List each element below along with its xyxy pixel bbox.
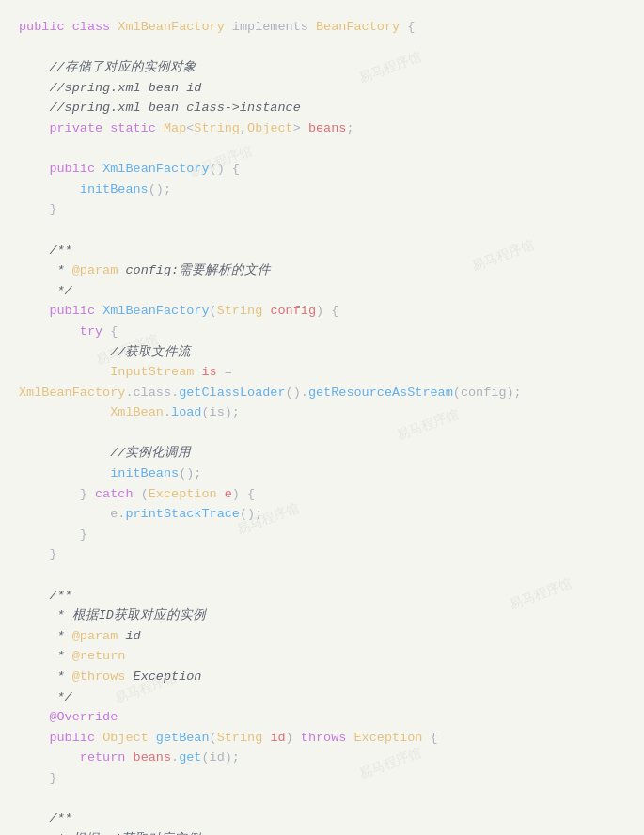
code-line: * @throws Exception (19, 667, 625, 687)
token (19, 162, 49, 176)
token: Object (102, 731, 156, 745)
code-line: } (19, 544, 625, 565)
token: .class. (125, 386, 179, 400)
code-line: /** (19, 586, 625, 607)
token: /** (19, 589, 72, 603)
token: > (293, 121, 308, 135)
code-line: } catch (Exception e) { (19, 484, 625, 505)
code-line: public XmlBeanFactory() { (19, 159, 625, 180)
code-line: public XmlBeanFactory(String config) { (19, 301, 625, 322)
code-line: XmlBeanFactory.class.getClassLoader().ge… (19, 383, 625, 403)
token: InputStream (110, 365, 201, 379)
token (19, 324, 80, 339)
token: beans (134, 750, 172, 764)
token: throws (301, 731, 354, 745)
token: is (201, 365, 216, 379)
token: */ (19, 284, 72, 298)
code-line: */ (19, 687, 625, 708)
token (19, 304, 49, 318)
code-line: } (19, 199, 625, 220)
code-line: @Override (19, 707, 625, 728)
token (19, 121, 49, 135)
code-line: //获取文件流 (19, 342, 625, 363)
code-line: //存储了对应的实例对象 (19, 57, 625, 78)
token: class (72, 20, 118, 34)
token: = (217, 365, 232, 379)
token (19, 731, 49, 745)
token: /** (19, 811, 72, 826)
code-line: * 根据uri获取对应实例 (19, 829, 625, 835)
token: , (240, 121, 247, 135)
token: printStackTrace (125, 507, 240, 521)
token: ; (346, 121, 353, 135)
token: ( (210, 731, 217, 745)
code-line: * @param config:需要解析的文件 (19, 260, 625, 281)
token: Object (247, 121, 293, 135)
token: */ (19, 690, 72, 704)
token: * (19, 649, 72, 663)
token: //spring.xml bean class->instance (19, 101, 301, 115)
token: implements (232, 20, 316, 34)
token: ) (286, 731, 301, 745)
token: public (49, 162, 102, 176)
token: XmlBean (110, 405, 164, 419)
token: @return (72, 649, 126, 663)
token: @throws (72, 670, 126, 684)
code-line: public class XmlBeanFactory implements B… (19, 17, 625, 38)
token: id (118, 629, 140, 643)
token: public (49, 304, 102, 318)
token: { (422, 731, 437, 745)
token: catch (95, 487, 141, 501)
token: (is); (201, 405, 240, 419)
token: getClassLoader (179, 386, 285, 400)
token: Exception (125, 670, 201, 684)
token: (); (149, 182, 171, 197)
token: . (171, 750, 179, 764)
token: { (110, 324, 118, 339)
code-line: InputStream is = (19, 362, 625, 383)
code-line (19, 38, 625, 58)
token: config:需要解析的文件 (118, 263, 271, 277)
token (19, 405, 110, 419)
token: load (171, 405, 201, 419)
code-line: */ (19, 281, 625, 302)
token: XmlBeanFactory (102, 162, 209, 176)
token (19, 750, 80, 764)
token: * (19, 629, 72, 643)
code-line (19, 565, 625, 586)
token: //获取文件流 (19, 345, 191, 359)
token: * 根据ID获取对应的实例 (19, 608, 206, 622)
code-line: public Object getBean(String id) throws … (19, 728, 625, 748)
token: { (400, 20, 415, 34)
token: public (19, 20, 72, 34)
token: * (19, 670, 72, 684)
token: (); (240, 507, 262, 521)
token: (); (179, 466, 201, 481)
code-line: e.printStackTrace(); (19, 504, 625, 525)
token: XmlBeanFactory (102, 304, 209, 318)
token: /** (19, 244, 72, 258)
code-line: return beans.get(id); (19, 748, 625, 768)
token: Map (164, 121, 186, 135)
code-line: //spring.xml bean id (19, 78, 625, 99)
token: try (80, 324, 110, 339)
token: } (19, 547, 57, 561)
token: } (19, 771, 57, 785)
token: public (49, 731, 102, 745)
code-line (19, 220, 625, 241)
token: e (225, 487, 232, 501)
token: (). (286, 386, 308, 400)
token (19, 710, 49, 724)
token: beans (308, 121, 347, 135)
code-line: * 根据ID获取对应的实例 (19, 606, 625, 626)
token: getBean (156, 731, 210, 745)
code-line: //spring.xml bean class->instance (19, 98, 625, 118)
token: } (19, 202, 57, 216)
token: String (217, 304, 271, 318)
token: e. (19, 507, 125, 521)
code-line: } (19, 525, 625, 545)
token: } (19, 487, 95, 501)
token: return (80, 750, 134, 764)
token: Exception (354, 731, 423, 745)
code-line (19, 789, 625, 810)
